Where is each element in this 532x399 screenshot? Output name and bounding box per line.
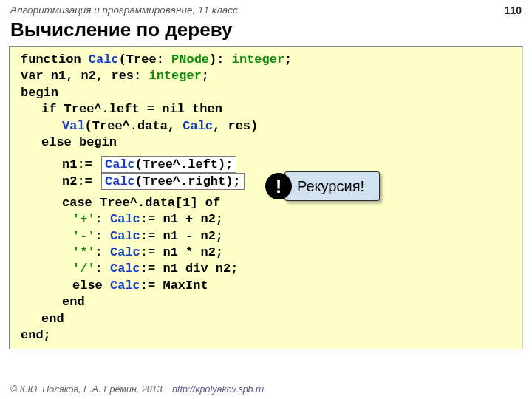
code-line: '/': Calc:= n1 div n2; (21, 261, 515, 277)
type-name: integer (149, 69, 201, 83)
text: n2; (208, 262, 239, 276)
function-name: Calc (105, 174, 135, 188)
keyword: var (21, 69, 51, 83)
text: : (95, 245, 110, 259)
text: : (95, 212, 110, 226)
code-line: begin (21, 85, 515, 101)
code-line: '-': Calc:= n1 - n2; (21, 228, 515, 245)
string-literal: '/' (72, 262, 95, 276)
header: 110 Алгоритмизация и программирование, 1… (0, 0, 532, 17)
string-literal: '*' (72, 245, 95, 259)
function-name: Calc (110, 229, 140, 243)
text: ; (202, 69, 209, 83)
type-name: integer (232, 52, 284, 66)
function-name: Calc (105, 157, 135, 171)
type-name: PNode (171, 52, 209, 66)
string-literal: '-' (72, 229, 95, 243)
code-line: function Calc(Tree: PNode): integer; (21, 52, 515, 68)
text: (Tree: (119, 52, 171, 66)
text: ; (284, 52, 292, 66)
function-name: Calc (110, 279, 140, 293)
keyword: of (205, 196, 220, 210)
text: , res) (213, 119, 258, 133)
string-literal: '+' (72, 212, 95, 226)
code-line: else begin (21, 134, 515, 151)
page-number: 110 (505, 4, 522, 16)
text: n1, n2, res: (51, 69, 149, 83)
code-line: '+': Calc:= n1 + n2; (21, 211, 515, 228)
code-line: end (21, 294, 515, 310)
highlight-box: Calc(Tree^.right); (101, 173, 245, 190)
code-block: function Calc(Tree: PNode): integer; var… (9, 46, 523, 349)
keyword: else (72, 279, 110, 293)
exclamation-icon: ! (265, 173, 292, 200)
page-title: Вычисление по дереву (0, 17, 532, 46)
function-name: Calc (110, 262, 140, 276)
text: n1:= (62, 157, 100, 171)
text: ): (209, 52, 232, 66)
footer-url: http://kpolyakov.spb.ru (172, 384, 264, 395)
function-name: Calc (183, 119, 213, 133)
text: (Tree^.right); (135, 174, 241, 188)
text: := n1 + n2; (140, 212, 223, 226)
text: Tree^.left = (64, 102, 163, 116)
keyword: div (185, 262, 208, 276)
copyright: © К.Ю. Поляков, Е.А. Ерёмин, 2013 (10, 384, 163, 395)
keyword: if (41, 102, 64, 116)
callout-text: Рекурсия! (284, 171, 380, 201)
code-line: end (21, 311, 515, 327)
code-line: var n1, n2, res: integer; (21, 68, 515, 84)
recursion-callout: ! Рекурсия! (265, 171, 380, 201)
code-line: Val(Tree^.data, Calc, res) (21, 118, 515, 134)
function-name: Val (62, 119, 85, 133)
code-line: else Calc:= MaxInt (21, 278, 515, 294)
text: := n1 * n2; (140, 245, 223, 259)
code-line: if Tree^.left = nil then (21, 101, 515, 117)
course-title: Алгоритмизация и программирование, 11 кл… (10, 4, 238, 16)
highlight-box: Calc(Tree^.left); (101, 156, 236, 173)
footer: © К.Ю. Поляков, Е.А. Ерёмин, 2013 http:/… (10, 384, 264, 395)
text: : (95, 262, 110, 276)
function-name: Calc (110, 245, 140, 259)
text: : (95, 229, 110, 243)
keyword: function (21, 52, 89, 66)
code-line: end; (21, 327, 515, 344)
function-name: Calc (89, 52, 119, 66)
keyword: case (62, 196, 100, 210)
text: (Tree^.left); (135, 157, 233, 171)
keyword: nil then (162, 102, 222, 116)
text: n2:= (62, 174, 100, 188)
text: := MaxInt (140, 279, 208, 293)
text: Tree^.data[1] (100, 196, 205, 210)
code-line: n1:= Calc(Tree^.left); (21, 156, 515, 174)
code-line: '*': Calc:= n1 * n2; (21, 245, 515, 261)
text: := n1 - n2; (140, 229, 223, 243)
text: := n1 (140, 262, 185, 276)
function-name: Calc (110, 212, 140, 226)
text: (Tree^.data, (85, 119, 183, 133)
